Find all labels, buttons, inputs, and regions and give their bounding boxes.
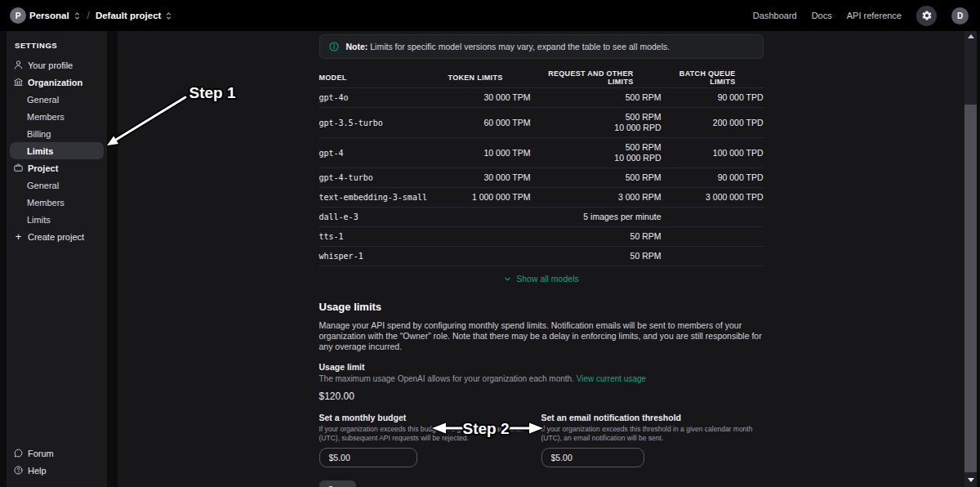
account-name: Personal xyxy=(29,11,69,20)
settings-sidebar: SETTINGS Your profile Organization Gener… xyxy=(7,31,107,487)
account-switcher[interactable]: P Personal xyxy=(10,7,82,24)
note-text: Note: Limits for specific model versions… xyxy=(346,42,670,52)
plus-icon: + xyxy=(13,231,24,242)
settings-gear-button[interactable] xyxy=(916,6,937,26)
create-project-label: Create project xyxy=(28,232,84,242)
account-avatar: P xyxy=(10,7,26,24)
nav-api-reference[interactable]: API reference xyxy=(847,11,902,20)
notification-threshold-help: If your organization exceeds this thresh… xyxy=(541,425,755,442)
sidebar-item-label: Organization xyxy=(28,78,82,87)
sidebar-item-org-members[interactable]: Members xyxy=(7,108,107,125)
table-row: text-embedding-3-small 1 000 000 TPM 3 0… xyxy=(319,188,764,208)
model-name: whisper-1 xyxy=(319,251,439,261)
model-name: gpt-4o xyxy=(319,92,439,103)
scrollbar-thumb[interactable] xyxy=(964,105,977,472)
sidebar-item-label: Members xyxy=(27,198,65,208)
chevron-down-icon xyxy=(503,275,512,284)
chat-bubble-icon xyxy=(13,448,24,458)
sidebar-item-label: Forum xyxy=(28,449,54,458)
request-limit: 500 RPM10 000 RPD xyxy=(531,142,662,163)
token-limit: 10 000 TPM xyxy=(439,148,531,159)
sidebar-item-forum[interactable]: Forum xyxy=(7,445,107,462)
sidebar-item-label: Members xyxy=(27,112,65,122)
triangle-down-icon xyxy=(968,478,974,482)
monthly-budget-input[interactable] xyxy=(319,448,417,467)
person-icon xyxy=(13,60,24,70)
table-row: gpt-3.5-turbo 60 000 TPM 500 RPM10 000 R… xyxy=(319,108,764,138)
usage-limit-value: $120.00 xyxy=(319,391,764,402)
table-row: gpt-4 10 000 TPM 500 RPM10 000 RPD 100 0… xyxy=(319,138,764,168)
sidebar-item-label: Project xyxy=(28,163,58,173)
notification-threshold-label: Set an email notification threshold xyxy=(541,413,764,422)
request-limit: 3 000 RPM xyxy=(531,192,662,203)
scroll-down-arrow[interactable] xyxy=(964,475,977,485)
nav-docs[interactable]: Docs xyxy=(812,11,832,20)
usage-limits-title: Usage limits xyxy=(319,301,764,313)
info-icon xyxy=(328,41,340,52)
nav-dashboard[interactable]: Dashboard xyxy=(753,11,797,20)
table-header-row: MODEL TOKEN LIMITS REQUEST AND OTHER LIM… xyxy=(319,67,764,88)
topbar-nav: Dashboard Docs API reference D xyxy=(753,6,969,26)
sidebar-item-org-billing[interactable]: Billing xyxy=(7,125,107,142)
token-limit: 60 000 TPM xyxy=(439,118,531,128)
sidebar-item-project-general[interactable]: General xyxy=(7,176,107,194)
vertical-scrollbar[interactable] xyxy=(964,31,977,487)
sidebar-item-label: Limits xyxy=(27,146,53,156)
model-name: gpt-4-turbo xyxy=(319,172,439,183)
sidebar-bottom: Forum Help xyxy=(7,445,107,487)
save-button[interactable]: Save xyxy=(319,480,357,487)
topbar: P Personal / Default project Dashboard D… xyxy=(0,0,980,31)
sidebar-item-help[interactable]: Help xyxy=(7,462,107,479)
sidebar-item-org-general[interactable]: General xyxy=(7,91,107,108)
token-limit: 30 000 TPM xyxy=(439,172,531,183)
sidebar-item-org-limits[interactable]: Limits xyxy=(10,142,104,159)
batch-limit: 3 000 000 TPD xyxy=(662,192,764,203)
table-row: gpt-4-turbo 30 000 TPM 500 RPM 90 000 TP… xyxy=(319,168,764,188)
model-name: text-embedding-3-small xyxy=(319,192,439,203)
view-current-usage-link[interactable]: View current usage xyxy=(577,374,646,383)
create-project-button[interactable]: + Create project xyxy=(7,228,107,245)
sidebar-item-your-profile[interactable]: Your profile xyxy=(7,56,107,74)
scroll-up-arrow[interactable] xyxy=(964,31,977,42)
model-name: dall-e-3 xyxy=(319,212,439,222)
batch-limit: 90 000 TPD xyxy=(662,92,764,103)
project-name: Default project xyxy=(96,11,162,20)
monthly-budget-column: Set a monthly budget If your organizatio… xyxy=(319,413,541,467)
request-limit: 500 RPM xyxy=(531,172,662,183)
batch-limit: 200 000 TPD xyxy=(662,118,764,128)
request-limit: 500 RPM10 000 RPD xyxy=(531,112,662,133)
sidebar-item-project[interactable]: Project xyxy=(7,159,107,176)
usage-limit-block: Usage limit The maximum usage OpenAI all… xyxy=(319,362,764,402)
sidebar-item-label: Limits xyxy=(27,215,51,225)
show-all-models-link[interactable]: Show all models xyxy=(319,270,764,288)
briefcase-icon xyxy=(13,163,24,173)
triangle-up-icon xyxy=(968,34,974,38)
user-avatar[interactable]: D xyxy=(951,7,969,25)
project-switcher[interactable]: Default project xyxy=(96,11,174,21)
sidebar-item-project-members[interactable]: Members xyxy=(7,194,107,211)
note-banner: Note: Limits for specific model versions… xyxy=(319,34,764,59)
show-all-models-label: Show all models xyxy=(516,274,578,284)
usage-limit-help: The maximum usage OpenAI allows for your… xyxy=(319,374,764,384)
sidebar-item-label: General xyxy=(27,181,59,190)
token-limit: 30 000 TPM xyxy=(439,92,531,103)
sidebar-heading: SETTINGS xyxy=(7,38,107,56)
breadcrumb-separator: / xyxy=(87,10,90,21)
organization-icon xyxy=(13,77,24,87)
model-name: tts-1 xyxy=(319,231,439,242)
request-limit: 50 RPM xyxy=(531,251,662,261)
usage-limit-label: Usage limit xyxy=(319,362,764,372)
table-row: dall-e-3 5 images per minute xyxy=(319,208,764,227)
gear-icon xyxy=(921,10,933,21)
note-label: Note: xyxy=(346,42,368,51)
col-header-request-limits: REQUEST AND OTHER LIMITS xyxy=(531,69,662,86)
sidebar-item-project-limits[interactable]: Limits xyxy=(7,211,107,228)
step1-arrowhead xyxy=(107,136,118,146)
selector-chevrons-icon xyxy=(73,11,82,21)
sidebar-item-organization[interactable]: Organization xyxy=(7,74,107,91)
model-name: gpt-4 xyxy=(319,148,439,159)
usage-limit-help-text: The maximum usage OpenAI allows for your… xyxy=(319,374,574,383)
notification-threshold-input[interactable] xyxy=(541,448,644,467)
sidebar-item-label: Billing xyxy=(27,129,51,139)
selector-chevrons-icon xyxy=(164,11,173,21)
